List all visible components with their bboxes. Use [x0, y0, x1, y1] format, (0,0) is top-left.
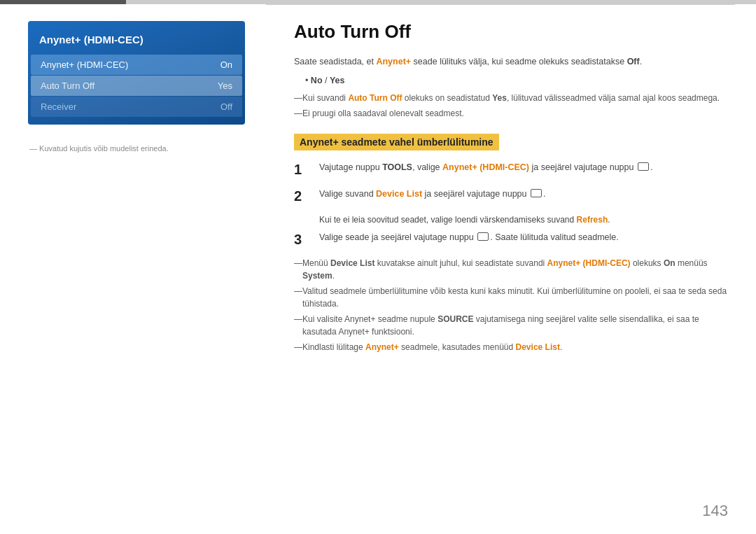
- left-panel-caption: Kuvatud kujutis võib mudelist erineda.: [28, 144, 245, 153]
- bullet-no-yes: No / Yes: [305, 74, 728, 87]
- yes-text: Yes: [330, 76, 345, 85]
- right-content: Auto Turn Off Saate seadistada, et Anyne…: [294, 21, 728, 356]
- device-list-note-2: Device List: [516, 342, 560, 352]
- anynet-note-2: Anynet+: [365, 342, 399, 352]
- remote-icon-1: [638, 162, 649, 171]
- note-2: Valitud seadmele ümberlülitumine võib ke…: [294, 285, 728, 310]
- yes-bold: Yes: [492, 93, 507, 103]
- menu-item-anynet-value: On: [220, 59, 232, 70]
- step-1-row: 1 Vajutage nuppu TOOLS, valige Anynet+ (…: [294, 160, 728, 178]
- step-2-subtext: Kui te ei leia soovitud seadet, valige l…: [319, 213, 728, 226]
- menu-title: Anynet+ (HDMI-CEC): [28, 28, 245, 54]
- step-2-number: 2: [294, 187, 314, 205]
- top-divider: [266, 4, 735, 5]
- step-3-number: 3: [294, 230, 314, 248]
- note-4: Kindlasti lülitage Anynet+ seadmele, kas…: [294, 341, 728, 353]
- device-list-bold: Device List: [376, 189, 422, 199]
- top-bar-accent: [0, 0, 126, 4]
- tools-bold: TOOLS: [382, 162, 412, 172]
- intro-text: Saate seadistada, et Anynet+ seade lülit…: [294, 55, 728, 69]
- step-3-row: 3 Valige seade ja seejärel vajutage nupp…: [294, 230, 728, 248]
- section-heading: Anynet+ seadmete vahel ümberlülitumine: [294, 134, 499, 150]
- off-highlight: Off: [627, 57, 640, 66]
- anynet-note: Anynet+ (HDMI-CEC): [547, 258, 631, 268]
- menu-item-autoturnoff[interactable]: Auto Turn Off Yes: [31, 76, 242, 96]
- menu-item-autoturnoff-label: Auto Turn Off: [41, 80, 94, 91]
- menu-item-anynet-label: Anynet+ (HDMI-CEC): [41, 59, 128, 70]
- source-bold: SOURCE: [438, 314, 473, 324]
- on-note: On: [664, 258, 676, 268]
- menu-box: Anynet+ (HDMI-CEC) Anynet+ (HDMI-CEC) On…: [28, 21, 245, 125]
- step-2-row: 2 Valige suvand Device List ja seejärel …: [294, 187, 728, 205]
- steps-container: 1 Vajutage nuppu TOOLS, valige Anynet+ (…: [294, 160, 728, 248]
- dash-item-2: Ei pruugi olla saadaval olenevalt seadme…: [294, 107, 728, 120]
- anynet-highlight: Anynet+: [376, 57, 411, 66]
- page-number: 143: [702, 502, 728, 520]
- system-note: System: [302, 271, 332, 281]
- page-title: Auto Turn Off: [294, 21, 728, 43]
- step-1-number: 1: [294, 160, 314, 178]
- menu-item-autoturnoff-value: Yes: [218, 80, 232, 91]
- dash-item-1: Kui suvandi Auto Turn Off olekuks on sea…: [294, 92, 728, 104]
- auto-turn-off-bold: Auto Turn Off: [348, 93, 402, 103]
- menu-item-receiver-label: Receiver: [41, 101, 76, 112]
- left-panel: Anynet+ (HDMI-CEC) Anynet+ (HDMI-CEC) On…: [28, 21, 245, 153]
- step-1-text: Vajutage nuppu TOOLS, valige Anynet+ (HD…: [319, 160, 728, 174]
- anynet-cec-bold: Anynet+ (HDMI-CEC): [442, 162, 529, 172]
- device-list-note: Device List: [330, 258, 374, 268]
- step-2-text: Valige suvand Device List ja seejärel va…: [319, 187, 728, 201]
- remote-icon-2: [531, 189, 542, 197]
- menu-item-receiver-value: Off: [220, 101, 232, 112]
- notes-section: Menüü Device List kuvatakse ainult juhul…: [294, 257, 728, 353]
- menu-item-anynet[interactable]: Anynet+ (HDMI-CEC) On: [31, 55, 242, 75]
- no-text: No: [311, 76, 323, 85]
- step-3-text: Valige seade ja seejärel vajutage nuppu …: [319, 230, 728, 244]
- note-1: Menüü Device List kuvatakse ainult juhul…: [294, 257, 728, 282]
- menu-item-receiver[interactable]: Receiver Off: [31, 97, 242, 117]
- remote-icon-3: [477, 232, 489, 241]
- note-3: Kui valisite Anynet+ seadme nupule SOURC…: [294, 313, 728, 338]
- refresh-bold: Refresh: [577, 215, 608, 225]
